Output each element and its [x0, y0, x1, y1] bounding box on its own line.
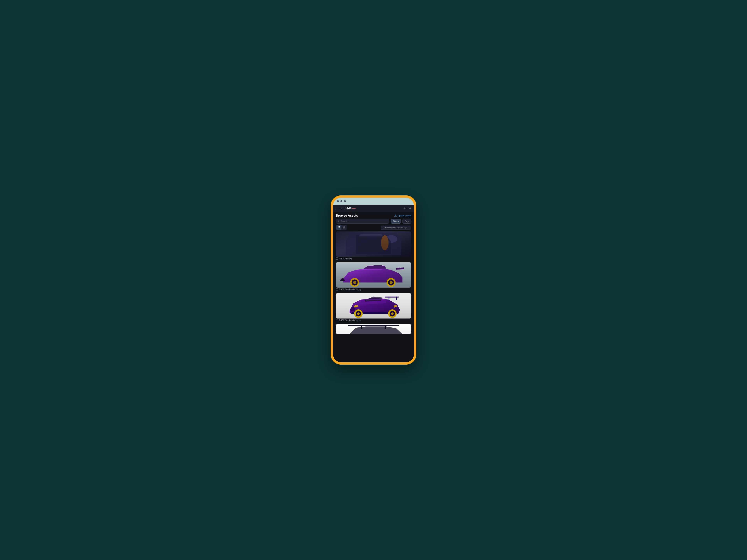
svg-rect-3: [352, 208, 356, 209]
svg-point-4: [405, 207, 406, 208]
app-logo: [345, 207, 356, 210]
svg-rect-16: [344, 228, 345, 228]
status-bar: [333, 198, 414, 205]
asset-checkbox-1[interactable]: [336, 258, 338, 260]
upload-icon: [394, 214, 397, 217]
svg-point-5: [409, 207, 410, 209]
asset-item-1: DSC01508.jpg: [336, 231, 411, 260]
svg-rect-15: [343, 228, 344, 228]
sort-label: Last created: Newest first: [385, 226, 407, 229]
svg-rect-11: [338, 228, 338, 228]
phone-screen: Browse Assets Upload assets: [333, 198, 414, 362]
asset-list[interactable]: DSC01508.jpg: [333, 231, 414, 362]
sort-expand-icon: ⌄: [408, 226, 410, 229]
car-image-3: [336, 293, 411, 319]
edit-icon[interactable]: [340, 207, 343, 210]
svg-rect-9: [338, 226, 338, 227]
page-header: Browse Assets Upload assets: [333, 212, 414, 219]
asset-item-3: DSC01501-Bearbeitet.jpg: [336, 293, 411, 322]
svg-rect-31: [389, 296, 389, 300]
car-image-4: [336, 324, 411, 334]
car-image-1: [336, 231, 411, 257]
asset-label-row-1: DSC01508.jpg: [336, 257, 411, 260]
asset-item-2: DSC01500-Bearbeitet.jpg: [336, 262, 411, 291]
svg-rect-43: [349, 325, 398, 325]
asset-filename-3: DSC01501-Bearbeitet.jpg: [339, 319, 361, 321]
view-toggle: [336, 225, 347, 230]
asset-checkbox-3[interactable]: [336, 319, 338, 321]
menu-icon[interactable]: [336, 207, 338, 210]
navbar-left: [336, 207, 356, 210]
svg-rect-12: [339, 228, 340, 228]
tags-button[interactable]: Tags: [403, 219, 411, 223]
asset-label-row-2: DSC01500-Bearbeitet.jpg: [336, 288, 411, 291]
svg-rect-21: [400, 267, 400, 270]
svg-rect-32: [396, 296, 397, 300]
sort-icon: [382, 226, 384, 229]
svg-line-8: [339, 221, 339, 222]
svg-rect-13: [343, 226, 344, 227]
svg-rect-10: [339, 226, 340, 227]
controls-row: Last created: Newest first ⌄: [333, 225, 414, 231]
asset-label-row-3: DSC01501-Bearbeitet.jpg: [336, 319, 411, 322]
navbar-right: [404, 207, 411, 210]
asset-filename-1: DSC01508.jpg: [339, 258, 352, 260]
search-input[interactable]: [340, 220, 387, 222]
phone-frame: Browse Assets Upload assets: [331, 195, 416, 365]
asset-image-2[interactable]: [336, 262, 411, 288]
svg-rect-1: [336, 208, 338, 208]
search-box[interactable]: [336, 219, 389, 223]
svg-point-24: [353, 281, 356, 284]
asset-item-4: [336, 324, 411, 334]
search-row: Filters Tags: [333, 219, 414, 225]
svg-rect-14: [344, 226, 345, 227]
dot-3: [344, 200, 346, 202]
svg-point-35: [357, 313, 360, 315]
sort-button[interactable]: Last created: Newest first ⌄: [381, 225, 411, 230]
search-nav-icon[interactable]: [409, 207, 411, 210]
list-view-button[interactable]: [341, 225, 347, 230]
asset-filename-2: DSC01500-Bearbeitet.jpg: [339, 288, 361, 291]
navbar: [333, 205, 414, 212]
svg-line-6: [410, 209, 411, 209]
svg-rect-0: [336, 207, 338, 207]
app-content: Browse Assets Upload assets: [333, 205, 414, 362]
dot-2: [340, 200, 342, 202]
asset-checkbox-2[interactable]: [336, 288, 338, 291]
asset-image-4[interactable]: [336, 324, 411, 334]
grid-view-button[interactable]: [336, 225, 341, 230]
upload-label: Upload assets: [397, 214, 411, 217]
asset-image-1[interactable]: [336, 231, 411, 257]
svg-point-7: [338, 220, 339, 222]
filters-button[interactable]: Filters: [391, 219, 401, 223]
page-title: Browse Assets: [336, 214, 358, 217]
search-icon: [337, 220, 339, 222]
svg-point-27: [390, 281, 393, 284]
svg-point-38: [391, 313, 394, 315]
dot-1: [337, 200, 339, 202]
user-icon[interactable]: [404, 207, 407, 210]
car-image-2: [336, 262, 411, 288]
upload-assets-button[interactable]: Upload assets: [394, 214, 411, 217]
asset-image-3[interactable]: [336, 293, 411, 319]
svg-rect-2: [336, 209, 338, 209]
